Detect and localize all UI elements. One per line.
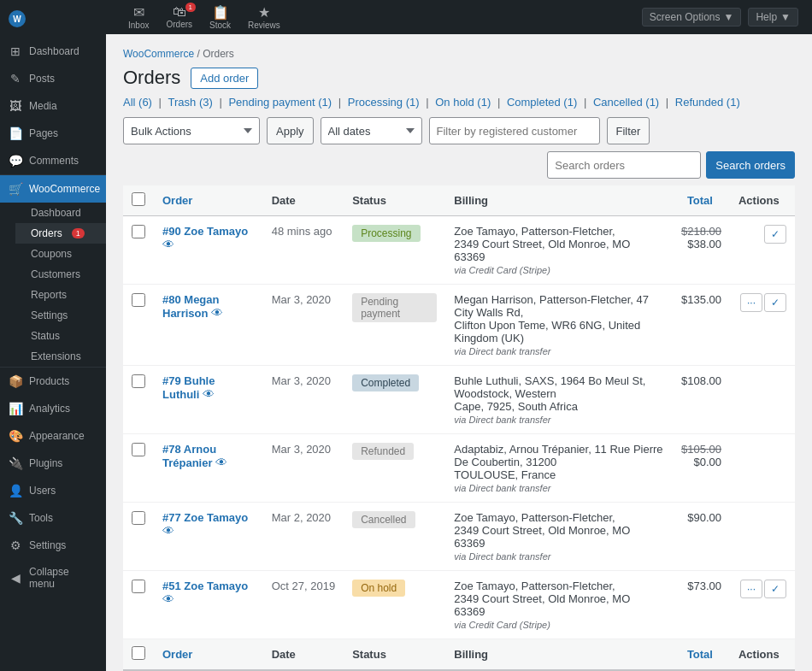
- topbar-reviews[interactable]: ★ Reviews: [239, 1, 289, 33]
- filter-on-hold[interactable]: On hold (1): [435, 96, 491, 109]
- col-date-header: Date: [263, 185, 344, 216]
- row-checkbox[interactable]: [132, 293, 145, 307]
- date-filter-select[interactable]: All dates January 2020 February 2020 Mar…: [321, 117, 422, 144]
- sidebar-item-media[interactable]: 🖼 Media: [0, 92, 106, 120]
- order-total: $90.00: [673, 503, 730, 571]
- select-all-footer-checkbox[interactable]: [132, 646, 145, 660]
- sidebar-item-woo-dashboard[interactable]: Dashboard: [15, 203, 106, 223]
- order-view-icon[interactable]: 👁: [211, 306, 223, 320]
- sidebar-item-settings[interactable]: ⚙ Settings: [0, 532, 106, 559]
- sidebar-item-plugins[interactable]: 🔌 Plugins: [0, 450, 106, 477]
- sidebar-item-label: Media: [29, 100, 57, 112]
- col-total-header[interactable]: Total: [673, 185, 730, 216]
- sidebar-item-woo-settings[interactable]: Settings: [15, 305, 106, 326]
- sidebar-item-products[interactable]: 📦 Products: [0, 368, 106, 395]
- screen-options-button[interactable]: Screen Options ▼: [642, 8, 742, 26]
- order-view-icon[interactable]: 👁: [215, 456, 227, 469]
- order-view-icon[interactable]: 👁: [162, 238, 174, 251]
- sidebar-item-woocommerce[interactable]: 🛒 WooCommerce: [0, 175, 106, 203]
- pages-icon: 📄: [9, 127, 22, 140]
- sidebar-item-label: Products: [29, 375, 69, 387]
- order-link[interactable]: #51 Zoe Tamayo: [162, 580, 248, 592]
- order-view-icon[interactable]: 👁: [203, 387, 215, 401]
- order-status: On hold: [344, 571, 445, 639]
- sidebar-item-users[interactable]: 👤 Users: [0, 477, 106, 504]
- customer-filter-input[interactable]: [429, 117, 600, 144]
- order-date: Mar 3, 2020: [263, 285, 344, 366]
- search-orders-button[interactable]: Search orders: [706, 151, 795, 179]
- row-checkbox[interactable]: [132, 374, 145, 388]
- sidebar-item-appearance[interactable]: 🎨 Appearance: [0, 422, 106, 450]
- sidebar-item-label: Collapse menu: [29, 566, 97, 590]
- page-title: Orders: [123, 67, 180, 89]
- filter-cancelled[interactable]: Cancelled (1): [593, 96, 659, 109]
- sidebar-item-label: Posts: [29, 73, 55, 85]
- order-total: $135.00: [673, 285, 730, 366]
- status-badge: Refunded: [352, 443, 414, 460]
- reports-label: Reports: [31, 289, 67, 301]
- sidebar-item-coupons[interactable]: Coupons: [15, 244, 106, 264]
- apply-button[interactable]: Apply: [267, 117, 314, 144]
- topbar-inbox[interactable]: ✉ Inbox: [120, 1, 157, 33]
- topbar-stock[interactable]: 📋 Stock: [201, 1, 239, 33]
- breadcrumb-woocommerce-link[interactable]: WooCommerce: [123, 48, 194, 60]
- search-orders-input[interactable]: [547, 151, 701, 179]
- row-checkbox[interactable]: [132, 443, 145, 456]
- col-order-footer[interactable]: Order: [154, 639, 263, 670]
- order-view-icon[interactable]: 👁: [162, 592, 174, 606]
- sidebar-item-extensions[interactable]: Extensions: [15, 346, 106, 367]
- billing-via: via Credit Card (Stripe): [454, 620, 664, 630]
- col-date-footer: Date: [263, 639, 344, 670]
- add-order-button[interactable]: Add order: [191, 68, 258, 89]
- help-button[interactable]: Help ▼: [748, 8, 798, 26]
- sidebar-item-comments[interactable]: 💬 Comments: [0, 147, 106, 174]
- complete-button[interactable]: ✓: [764, 293, 786, 312]
- row-checkbox[interactable]: [132, 580, 145, 593]
- top-toolbar: Bulk Actions Mark processing Mark on-hol…: [123, 117, 795, 179]
- complete-button[interactable]: ✓: [764, 225, 786, 244]
- filter-trash[interactable]: Trash (3): [168, 96, 213, 109]
- sidebar-item-analytics[interactable]: 📊 Analytics: [0, 395, 106, 422]
- billing-via: via Direct bank transfer: [454, 551, 664, 562]
- sidebar-item-tools[interactable]: 🔧 Tools: [0, 504, 106, 532]
- sidebar-item-pages[interactable]: 📄 Pages: [0, 120, 106, 147]
- sidebar-item-status[interactable]: Status: [15, 326, 106, 346]
- dashboard-icon: ⊞: [9, 44, 22, 58]
- filter-completed[interactable]: Completed (1): [507, 96, 577, 109]
- billing-name: Zoe Tamayo, Patterson-Fletcher,2349 Cour…: [454, 225, 630, 263]
- filter-pending[interactable]: Pending payment (1): [228, 96, 332, 109]
- filter-all[interactable]: All (6): [123, 96, 152, 109]
- more-actions-button[interactable]: ···: [740, 580, 762, 598]
- order-billing: Zoe Tamayo, Patterson-Fletcher,2349 Cour…: [445, 216, 673, 285]
- row-checkbox[interactable]: [132, 225, 145, 238]
- order-view-icon[interactable]: 👁: [162, 524, 174, 538]
- sidebar-item-orders[interactable]: Orders 1: [15, 223, 106, 244]
- order-status: Pending payment: [344, 285, 445, 366]
- filter-processing[interactable]: Processing (1): [348, 96, 420, 109]
- filter-button[interactable]: Filter: [607, 117, 650, 144]
- order-link[interactable]: #78 Arnou Trépanier: [162, 443, 216, 469]
- sidebar-item-label: Users: [29, 485, 56, 497]
- sidebar-item-posts[interactable]: ✎ Posts: [0, 65, 106, 92]
- col-total-footer[interactable]: Total: [673, 639, 730, 670]
- row-checkbox[interactable]: [132, 511, 145, 525]
- woo-dashboard-label: Dashboard: [31, 207, 81, 219]
- order-billing: Zoe Tamayo, Patterson-Fletcher,2349 Cour…: [445, 571, 673, 639]
- stock-icon: 📋: [212, 4, 229, 21]
- select-all-checkbox[interactable]: [132, 192, 145, 206]
- table-row: #80 Megan Harrison 👁Mar 3, 2020Pending p…: [123, 285, 795, 366]
- col-order-header[interactable]: Order: [154, 185, 263, 216]
- sep1: |: [156, 96, 168, 109]
- filter-refunded[interactable]: Refunded (1): [675, 96, 740, 109]
- order-link[interactable]: #90 Zoe Tamayo: [162, 225, 248, 238]
- topbar-orders[interactable]: 🛍 1 Orders: [157, 1, 201, 33]
- complete-button[interactable]: ✓: [764, 580, 786, 598]
- more-actions-button[interactable]: ···: [740, 293, 762, 312]
- bulk-actions-select[interactable]: Bulk Actions Mark processing Mark on-hol…: [123, 117, 260, 144]
- sidebar-item-reports[interactable]: Reports: [15, 285, 106, 305]
- sidebar-item-collapse[interactable]: ◀ Collapse menu: [0, 559, 106, 597]
- main-content: WooCommerce / Orders Orders Add order Al…: [106, 34, 812, 671]
- sidebar-item-dashboard[interactable]: ⊞ Dashboard: [0, 38, 106, 65]
- sidebar-item-customers[interactable]: Customers: [15, 264, 106, 285]
- order-link[interactable]: #77 Zoe Tamayo: [162, 511, 248, 524]
